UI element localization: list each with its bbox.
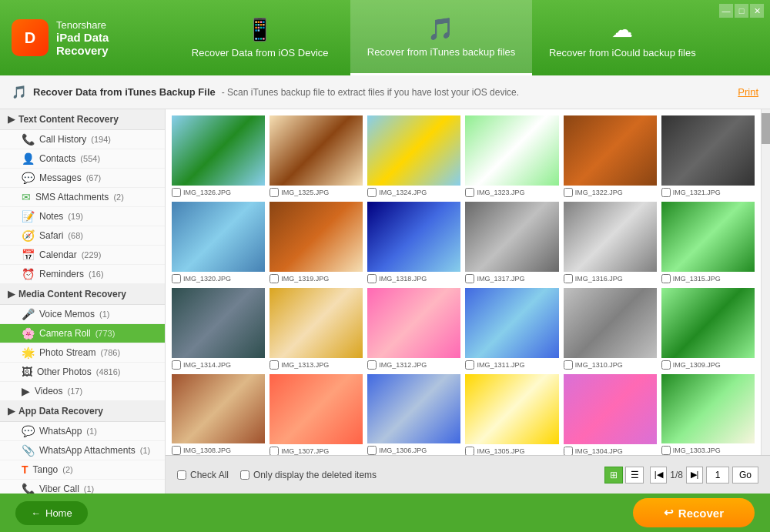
sidebar-item-notes[interactable]: 📝 Notes (19): [0, 207, 165, 226]
close-button[interactable]: ✕: [750, 4, 764, 18]
grid-view-button[interactable]: ⊞: [604, 467, 623, 483]
photo-item[interactable]: IMG_1315.JPG: [661, 202, 755, 283]
whatsapp-attach-icon: 📎: [22, 444, 35, 457]
sidebar-item-photo-stream[interactable]: 🌟 Photo Stream (786): [0, 343, 165, 363]
sidebar-item-sms-attachments[interactable]: ✉ SMS Attachments (2): [0, 188, 165, 207]
sidebar-item-safari[interactable]: 🧭 Safari (68): [0, 226, 165, 246]
footer: ← Home ↩ Recover: [0, 494, 770, 532]
photo-item[interactable]: IMG_1310.JPG: [564, 288, 657, 370]
voice-memos-label: Voice Memos: [39, 309, 95, 320]
sidebar-section-app-data[interactable]: ▶ App Data Recovery: [0, 401, 165, 422]
photo-checkbox[interactable]: [172, 446, 181, 455]
photo-checkbox[interactable]: [367, 188, 377, 197]
sidebar-item-calendar[interactable]: 📅 Calendar (229): [0, 246, 165, 265]
only-deleted-control[interactable]: Only display the deleted items: [240, 470, 377, 480]
first-page-button[interactable]: |◀: [650, 467, 667, 483]
photo-checkbox[interactable]: [270, 447, 279, 456]
sms-icon: ✉: [22, 191, 31, 203]
sidebar-item-other-photos[interactable]: 🖼 Other Photos (4816): [0, 363, 165, 382]
sidebar-item-contacts[interactable]: 👤 Contacts (554): [0, 149, 165, 169]
sidebar-section-text-content[interactable]: ▶ Text Content Recovery: [0, 109, 165, 130]
photo-checkbox[interactable]: [465, 360, 474, 370]
photo-label: IMG_1314.JPG: [172, 360, 265, 370]
photo-item[interactable]: IMG_1312.JPG: [367, 288, 460, 370]
sidebar-item-viber-call[interactable]: 📞 Viber Call (1): [0, 480, 165, 494]
recover-button[interactable]: ↩ Recover: [633, 498, 755, 527]
photo-item[interactable]: IMG_1316.JPG: [564, 202, 657, 283]
check-all-checkbox[interactable]: [177, 470, 186, 480]
photo-checkbox[interactable]: [564, 360, 573, 370]
photo-label: IMG_1322.JPG: [564, 188, 657, 197]
maximize-button[interactable]: □: [735, 4, 748, 18]
photo-item[interactable]: IMG_1308.JPG: [172, 374, 265, 455]
photo-checkbox[interactable]: [661, 188, 671, 197]
sidebar-item-camera-roll[interactable]: 🌸 Camera Roll (773): [0, 324, 165, 343]
list-view-button[interactable]: ☰: [625, 467, 644, 483]
phone-icon: 📱: [246, 17, 273, 42]
sidebar-item-whatsapp-attachments[interactable]: 📎 WhatsApp Attachments (1): [0, 441, 165, 460]
photo-item[interactable]: IMG_1325.JPG: [270, 115, 363, 197]
home-button[interactable]: ← Home: [15, 501, 88, 525]
photo-item[interactable]: IMG_1317.JPG: [465, 202, 558, 283]
photo-item[interactable]: IMG_1319.JPG: [270, 202, 363, 283]
go-button[interactable]: Go: [732, 467, 758, 483]
photo-item[interactable]: IMG_1311.JPG: [465, 288, 558, 370]
photo-checkbox[interactable]: [367, 446, 377, 455]
sidebar-item-tango[interactable]: T Tango (2): [0, 460, 165, 480]
photo-checkbox[interactable]: [661, 360, 671, 370]
tab-itunes-backup[interactable]: 🎵 Recover from iTunes backup files: [350, 0, 531, 75]
photo-item[interactable]: IMG_1314.JPG: [172, 288, 265, 370]
photo-item[interactable]: IMG_1307.JPG: [270, 374, 363, 455]
sidebar-item-call-history[interactable]: 📞 Call History (194): [0, 130, 165, 149]
photo-checkbox[interactable]: [465, 274, 474, 283]
tab-icloud-backup[interactable]: ☁ Recover from iCould backup files: [532, 0, 713, 75]
contacts-label: Contacts: [39, 153, 75, 164]
next-page-button[interactable]: ▶|: [686, 467, 703, 483]
photo-item[interactable]: IMG_1318.JPG: [367, 202, 460, 283]
photo-item[interactable]: IMG_1305.JPG: [465, 374, 558, 455]
photo-checkbox[interactable]: [172, 274, 181, 283]
photo-item[interactable]: IMG_1303.JPG: [661, 374, 755, 455]
photo-stream-count: (786): [100, 348, 120, 357]
photo-item[interactable]: IMG_1309.JPG: [661, 288, 755, 370]
scroll-indicator[interactable]: [761, 109, 770, 455]
call-history-icon: 📞: [22, 133, 35, 146]
photo-checkbox[interactable]: [564, 188, 573, 197]
photo-checkbox[interactable]: [564, 274, 573, 283]
photo-checkbox[interactable]: [465, 188, 474, 197]
nav-tabs: 📱 Recover Data from iOS Device 🎵 Recover…: [169, 0, 713, 75]
photo-item[interactable]: IMG_1326.JPG: [172, 115, 265, 197]
photo-checkbox[interactable]: [172, 360, 181, 370]
photo-checkbox[interactable]: [270, 360, 279, 370]
photo-checkbox[interactable]: [367, 274, 377, 283]
photo-item[interactable]: IMG_1313.JPG: [270, 288, 363, 370]
sidebar-section-media-content[interactable]: ▶ Media Content Recovery: [0, 284, 165, 305]
photo-checkbox[interactable]: [270, 188, 279, 197]
photo-item[interactable]: IMG_1324.JPG: [367, 115, 460, 197]
photo-item[interactable]: IMG_1306.JPG: [367, 374, 460, 455]
photo-checkbox[interactable]: [661, 274, 671, 283]
photo-checkbox[interactable]: [465, 447, 474, 456]
minimize-button[interactable]: —: [719, 4, 733, 18]
photo-checkbox[interactable]: [661, 446, 671, 455]
sidebar-item-reminders[interactable]: ⏰ Reminders (16): [0, 265, 165, 284]
photo-checkbox[interactable]: [270, 274, 279, 283]
check-all-control[interactable]: Check All: [177, 470, 229, 480]
only-deleted-checkbox[interactable]: [240, 470, 249, 480]
photo-checkbox[interactable]: [172, 188, 181, 197]
photo-checkbox[interactable]: [367, 360, 377, 370]
photo-item[interactable]: IMG_1321.JPG: [661, 115, 755, 197]
sidebar-item-whatsapp[interactable]: 💬 WhatsApp (1): [0, 422, 165, 441]
sidebar-item-voice-memos[interactable]: 🎤 Voice Memos (1): [0, 305, 165, 324]
photo-item[interactable]: IMG_1320.JPG: [172, 202, 265, 283]
sidebar-item-messages[interactable]: 💬 Messages (67): [0, 169, 165, 188]
photo-item[interactable]: IMG_1323.JPG: [465, 115, 558, 197]
photo-checkbox[interactable]: [564, 447, 573, 456]
photo-item[interactable]: IMG_1322.JPG: [564, 115, 657, 197]
photo-filename: IMG_1308.JPG: [183, 447, 231, 454]
tab-ios-device[interactable]: 📱 Recover Data from iOS Device: [169, 0, 350, 75]
photo-item[interactable]: IMG_1304.JPG: [564, 374, 657, 455]
page-input[interactable]: [706, 467, 729, 483]
print-link[interactable]: Print: [738, 86, 758, 98]
sidebar-item-videos[interactable]: ▶ Videos (17): [0, 382, 165, 401]
